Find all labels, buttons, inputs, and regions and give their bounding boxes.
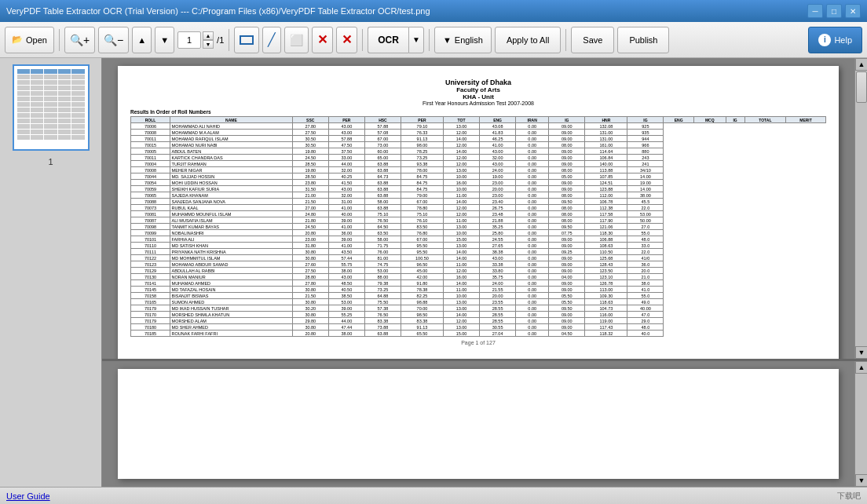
table-cell: 10.00 — [443, 230, 479, 236]
table-row: 70008MOHAMMAD M A ALAM27.5043.0057.0876.… — [131, 130, 826, 136]
page-spin-down[interactable]: ▼ — [203, 40, 214, 49]
page-number-input[interactable] — [177, 31, 201, 49]
prev-page-button[interactable]: ▲ — [132, 27, 152, 53]
draw-rect-button[interactable] — [234, 27, 259, 53]
window-controls: ─ □ ✕ — [807, 4, 861, 18]
admission-test: First Year Honours Admission Test 2007-2… — [130, 100, 826, 106]
table-cell: 09.00 — [549, 130, 585, 136]
table-cell: 98.88 — [401, 299, 443, 305]
page-navigation: ▲ ▼ /1 — [177, 31, 224, 49]
draw-line-button[interactable]: ╱ — [262, 27, 281, 53]
page-spin-up[interactable]: ▲ — [203, 31, 214, 40]
table-cell: 20.80 — [292, 230, 328, 236]
user-guide-link[interactable]: User Guide — [6, 491, 50, 501]
publish-button[interactable]: Publish — [617, 27, 669, 53]
table-cell: 95.50 — [401, 249, 443, 255]
open-button[interactable]: 📂 Open — [5, 27, 54, 53]
table-cell: 0.00 — [516, 123, 549, 130]
table-cell: 100.50 — [401, 255, 443, 261]
table-cell: 106.78 — [585, 199, 627, 205]
table-row: 70065SAJEDA KHANAM21.0032.0063.8879.0011… — [131, 192, 826, 199]
watermark-text: 下载吧 — [837, 491, 861, 502]
table-cell: 30.55 — [480, 324, 516, 331]
document-page-bottom — [118, 369, 839, 479]
table-cell: 966 — [627, 142, 664, 148]
table-cell: 47.50 — [328, 142, 364, 148]
scroll-thumb[interactable] — [856, 71, 867, 103]
table-cell: 63.88 — [364, 180, 401, 186]
table-cell: 0.00 — [516, 161, 549, 167]
close-button[interactable]: ✕ — [845, 4, 861, 18]
table-cell: 19.00 — [480, 173, 516, 180]
table-cell: SUMON AHMED — [170, 299, 293, 305]
delete-x-icon-2: ✕ — [342, 32, 352, 47]
minimize-button[interactable]: ─ — [807, 4, 823, 18]
vertical-scrollbar-bottom[interactable]: ▲ ▼ — [854, 361, 867, 487]
table-row: 70008MEHER NIGAR19.8032.0063.8878.0013.0… — [131, 167, 826, 173]
table-cell: 0.00 — [516, 255, 549, 261]
table-cell: 91.13 — [401, 136, 443, 142]
table-cell: 21.55 — [480, 287, 516, 293]
zoom-in-button[interactable]: 🔍+ — [64, 27, 95, 53]
language-button[interactable]: ▼ English — [434, 27, 492, 53]
table-cell: 11.00 — [443, 192, 479, 199]
table-cell: NORAN MANIUR — [170, 274, 293, 280]
table-cell: 12.00 — [443, 161, 479, 167]
table-cell: MOHAMMAD ALI NAHID — [170, 123, 293, 130]
table-cell: 08.00 — [549, 217, 585, 224]
ocr-button[interactable]: OCR — [368, 27, 408, 53]
table-cell: 05.00 — [549, 173, 585, 180]
table-cell: 108.63 — [585, 243, 627, 249]
table-cell: 43.00 — [328, 186, 364, 192]
table-cell: 09.00 — [549, 280, 585, 287]
next-page-button[interactable]: ▼ — [155, 27, 174, 53]
table-cell: 41.00 — [328, 205, 364, 211]
table-cell: 70073 — [131, 205, 170, 211]
help-button[interactable]: i Help — [808, 27, 862, 53]
table-row: 70088SANJEDA SANJANA NOVA21.5031.0058.00… — [131, 199, 826, 205]
table-cell: 70111 — [131, 249, 170, 255]
scroll-up-bottom[interactable]: ▲ — [855, 361, 867, 374]
table-row: 70130NORAN MANIUR28.8043.0088.0042.0016.… — [131, 274, 826, 280]
table-cell: 0.00 — [516, 293, 549, 299]
table-cell: 70.00 — [401, 305, 443, 312]
table-cell: 28.50 — [292, 161, 328, 167]
delete-x-icon-1: ✕ — [317, 32, 327, 47]
table-cell: 07.75 — [549, 230, 585, 236]
table-cell: 64.73 — [364, 173, 401, 180]
table-cell: 40.00 — [328, 211, 364, 217]
table-cell: 70006 — [131, 123, 170, 130]
table-cell: 65.50 — [401, 331, 443, 337]
table-cell: MD. SAJJAD HOSSIN — [170, 173, 293, 180]
table-cell: 78.38 — [401, 287, 443, 293]
table-cell: 114.64 — [585, 148, 627, 155]
col-roll: ROLL — [131, 117, 170, 123]
table-cell: 75.50 — [364, 299, 401, 305]
zoom-out-button[interactable]: 🔍− — [98, 27, 129, 53]
scroll-down-button[interactable]: ▼ — [855, 346, 867, 359]
table-cell: 55.0 — [627, 293, 664, 299]
vertical-scrollbar[interactable]: ▲ ▼ — [854, 58, 867, 359]
ocr-dropdown-button[interactable]: ▼ — [408, 27, 424, 53]
table-cell: 70087 — [131, 217, 170, 224]
table-row: 70179MORSHED ALAM29.8044.0083.3883.3812.… — [131, 318, 826, 324]
maximize-button[interactable]: □ — [826, 4, 842, 18]
delete-x-button-1[interactable]: ✕ — [312, 27, 333, 53]
table-cell: 21.00 — [292, 192, 328, 199]
table-cell: 70130 — [131, 274, 170, 280]
scroll-down-bottom[interactable]: ▼ — [855, 474, 867, 487]
table-cell: 0.00 — [516, 331, 549, 337]
table-cell: 110.50 — [585, 249, 627, 255]
table-cell: 41.83 — [480, 130, 516, 136]
table-row: 70123MOHAMAD ABIDUR SAMAD27.6055.7574.75… — [131, 261, 826, 268]
thumbnail-item-1[interactable] — [13, 64, 90, 151]
toolbar: 📂 Open 🔍+ 🔍− ▲ ▼ ▲ ▼ /1 ╱ ⬜ ✕ — [0, 22, 867, 58]
scroll-up-button[interactable]: ▲ — [855, 58, 867, 71]
save-button[interactable]: Save — [571, 27, 614, 53]
table-cell: 23.80 — [292, 180, 328, 186]
apply-to-all-button[interactable]: Apply to All — [495, 27, 561, 53]
col-per: PER — [328, 117, 364, 123]
table-cell: 106.84 — [585, 155, 627, 161]
edit-tool-button[interactable]: ⬜ — [284, 27, 309, 53]
delete-x-button-2[interactable]: ✕ — [336, 27, 357, 53]
